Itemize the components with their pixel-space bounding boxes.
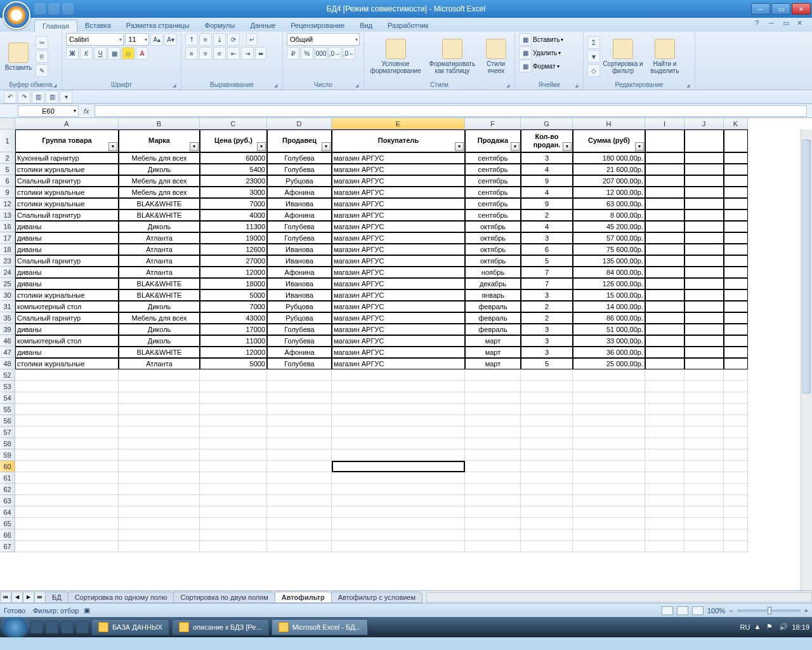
cell[interactable]: Афонина: [267, 267, 332, 278]
cell[interactable]: [521, 427, 573, 438]
format-cells-label[interactable]: Формат: [533, 63, 556, 70]
cell[interactable]: [684, 175, 724, 187]
row-header[interactable]: 39: [0, 324, 15, 335]
cell[interactable]: 7000: [200, 198, 267, 209]
cell[interactable]: [684, 209, 724, 221]
cell[interactable]: [573, 461, 645, 472]
cell[interactable]: [684, 484, 724, 495]
cell[interactable]: 86 000,00р.: [573, 312, 645, 324]
cell[interactable]: [332, 495, 465, 507]
cell[interactable]: Цена (руб.)▼: [200, 129, 267, 152]
cell[interactable]: [684, 358, 724, 369]
cell[interactable]: март: [465, 335, 521, 347]
cell[interactable]: магазин АРГУС: [332, 289, 465, 301]
cell[interactable]: [119, 518, 200, 529]
cell[interactable]: [645, 472, 684, 484]
cell[interactable]: 5000: [200, 358, 267, 369]
align-top-icon[interactable]: ⤒: [185, 33, 198, 46]
cell[interactable]: [684, 324, 724, 335]
cell[interactable]: [465, 541, 521, 552]
cell[interactable]: [200, 472, 267, 484]
cell[interactable]: Марка▼: [119, 129, 200, 152]
cell[interactable]: [521, 392, 573, 404]
cell[interactable]: Голубева: [267, 164, 332, 175]
row-header[interactable]: 47: [0, 347, 15, 358]
align-center-icon[interactable]: ≡: [199, 47, 212, 60]
cell[interactable]: [645, 381, 684, 392]
row-header[interactable]: 59: [0, 449, 15, 461]
cell[interactable]: [119, 461, 200, 472]
align-left-icon[interactable]: ≡: [185, 47, 198, 60]
cell[interactable]: [724, 255, 748, 267]
cell[interactable]: [200, 529, 267, 541]
cell[interactable]: 11000: [200, 335, 267, 347]
cell[interactable]: [684, 541, 724, 552]
row-header[interactable]: 56: [0, 415, 15, 427]
cell[interactable]: Голубева: [267, 152, 332, 164]
cell[interactable]: [724, 518, 748, 529]
cell[interactable]: [573, 415, 645, 427]
cell[interactable]: [684, 381, 724, 392]
tray-volume-icon[interactable]: 🔊: [779, 623, 788, 632]
cell[interactable]: 9: [521, 198, 573, 209]
row-header[interactable]: 57: [0, 427, 15, 438]
cell[interactable]: 63 000,00р.: [573, 198, 645, 209]
cell[interactable]: [724, 347, 748, 358]
cell[interactable]: столики журнальные: [15, 289, 119, 301]
qat2-btn3-icon[interactable]: ▥: [32, 91, 44, 103]
status-record-icon[interactable]: ▣: [84, 606, 90, 614]
cell[interactable]: столики журнальные: [15, 164, 119, 175]
cell[interactable]: [267, 369, 332, 381]
cell[interactable]: [724, 278, 748, 289]
cell[interactable]: [267, 415, 332, 427]
view-normal-icon[interactable]: [662, 606, 673, 615]
formula-input[interactable]: [95, 105, 807, 117]
cell[interactable]: [724, 301, 748, 312]
cell[interactable]: [15, 415, 119, 427]
cell[interactable]: 7: [521, 267, 573, 278]
cell[interactable]: [724, 484, 748, 495]
cell[interactable]: магазин АРГУС: [332, 221, 465, 232]
cell[interactable]: Группа товара▼: [15, 129, 119, 152]
percent-icon[interactable]: %: [301, 47, 313, 60]
cell[interactable]: магазин АРГУС: [332, 358, 465, 369]
cell[interactable]: [724, 472, 748, 484]
cell[interactable]: Иванова: [267, 278, 332, 289]
clear-icon[interactable]: ◇: [587, 64, 600, 77]
cell[interactable]: [645, 312, 684, 324]
qat-redo-icon[interactable]: [62, 3, 74, 15]
cell[interactable]: Мебель для всех: [119, 187, 200, 198]
cell[interactable]: компьютерный стол: [15, 335, 119, 347]
cell[interactable]: [15, 484, 119, 495]
cell[interactable]: [15, 427, 119, 438]
ribbon-tab[interactable]: Вид: [352, 20, 380, 32]
row-header[interactable]: 66: [0, 529, 15, 541]
cell[interactable]: [645, 529, 684, 541]
name-box[interactable]: E60: [18, 105, 79, 117]
cell[interactable]: [645, 289, 684, 301]
find-select-button[interactable]: Найти и выделить: [646, 36, 684, 77]
doc-restore-icon[interactable]: ▭: [783, 19, 793, 29]
cell[interactable]: [684, 221, 724, 232]
cell[interactable]: 7: [521, 278, 573, 289]
cell[interactable]: [573, 369, 645, 381]
cell[interactable]: [465, 518, 521, 529]
grow-font-icon[interactable]: A▴: [150, 33, 163, 46]
column-header[interactable]: K: [724, 118, 748, 129]
orientation-icon[interactable]: ⟳: [227, 33, 240, 46]
insert-cells-label[interactable]: Вставить: [533, 36, 560, 43]
row-header[interactable]: 5: [0, 164, 15, 175]
cell[interactable]: [684, 244, 724, 255]
cell[interactable]: [465, 369, 521, 381]
filter-dropdown-icon[interactable]: ▼: [635, 142, 644, 151]
cell[interactable]: [465, 392, 521, 404]
cell[interactable]: [521, 381, 573, 392]
cell[interactable]: [645, 324, 684, 335]
cell[interactable]: октябрь: [465, 221, 521, 232]
cell[interactable]: [521, 438, 573, 449]
filter-dropdown-icon[interactable]: ▼: [563, 142, 572, 151]
cell[interactable]: 45 200,00р.: [573, 221, 645, 232]
cell[interactable]: [15, 438, 119, 449]
cell[interactable]: [724, 335, 748, 347]
row-header[interactable]: 52: [0, 369, 15, 381]
